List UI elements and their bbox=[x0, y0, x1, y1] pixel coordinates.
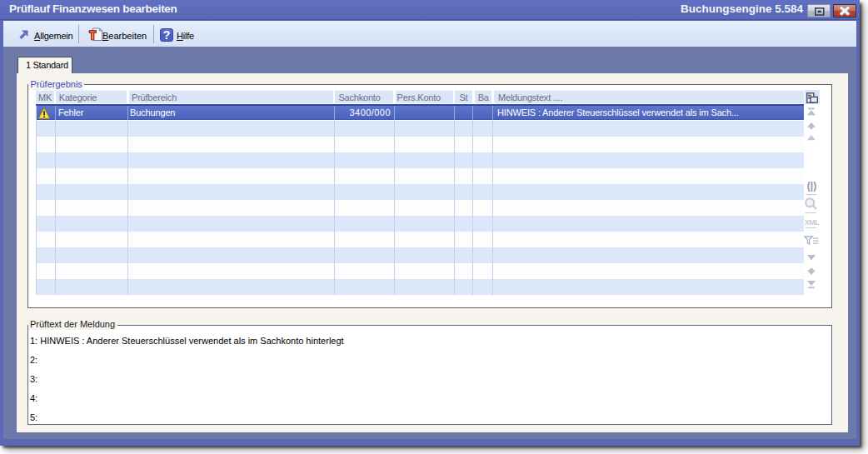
svg-text:?: ? bbox=[163, 28, 171, 42]
